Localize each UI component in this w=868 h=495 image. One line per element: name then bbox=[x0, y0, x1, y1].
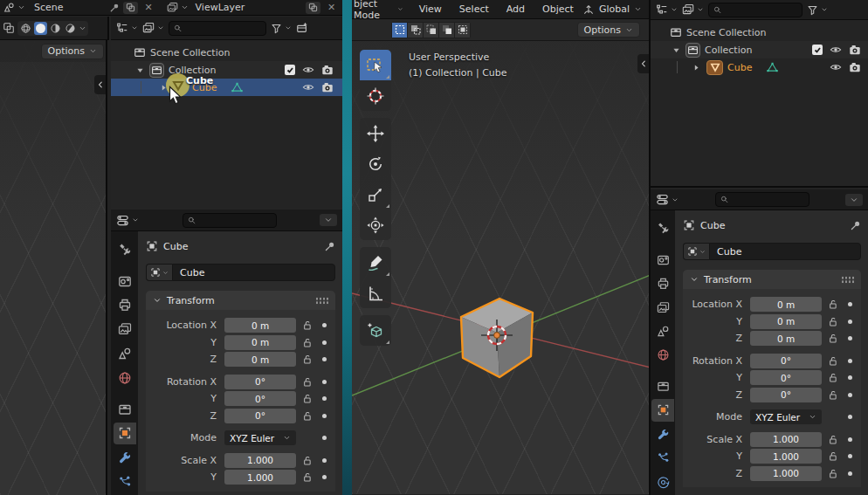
outliner-display-mode[interactable] bbox=[116, 22, 138, 34]
lock-icon[interactable] bbox=[822, 450, 843, 462]
shading-material-icon[interactable] bbox=[49, 22, 62, 35]
tab-particles[interactable] bbox=[114, 471, 136, 493]
animate-dot[interactable] bbox=[317, 436, 331, 440]
delete-scene-button[interactable]: ✕ bbox=[141, 2, 156, 14]
lock-icon[interactable] bbox=[822, 389, 843, 401]
tool-measure[interactable] bbox=[360, 278, 391, 308]
sidebar-toggle-icon[interactable] bbox=[637, 54, 649, 73]
shading-wireframe-icon[interactable] bbox=[19, 22, 32, 35]
menu-view[interactable]: View bbox=[410, 3, 451, 15]
menu-object[interactable]: Object bbox=[534, 3, 582, 15]
tool-scale[interactable] bbox=[360, 179, 391, 210]
lock-icon[interactable] bbox=[822, 355, 843, 367]
editor-type-properties[interactable] bbox=[116, 214, 139, 227]
select-mode-subtract-icon[interactable] bbox=[424, 23, 438, 38]
scene-selector[interactable] bbox=[3, 2, 25, 13]
tab-modifiers[interactable] bbox=[114, 446, 136, 469]
lock-icon[interactable] bbox=[296, 455, 317, 466]
collection-checkbox[interactable] bbox=[285, 65, 295, 75]
outliner-row-collection[interactable]: Collection bbox=[111, 61, 342, 79]
outliner-row-scene-collection[interactable]: Scene Collection bbox=[111, 44, 342, 61]
tab-object[interactable] bbox=[651, 399, 674, 421]
animate-dot[interactable] bbox=[843, 320, 857, 324]
select-mode-set-icon[interactable] bbox=[392, 23, 407, 38]
lock-icon[interactable] bbox=[296, 354, 317, 365]
scene-pin-icon[interactable] bbox=[109, 3, 120, 13]
tab-physics[interactable] bbox=[651, 471, 674, 493]
tool-cursor[interactable] bbox=[360, 80, 391, 111]
hide-viewport-icon[interactable] bbox=[830, 61, 842, 73]
panel-collapse-icon[interactable] bbox=[153, 296, 162, 305]
pin-icon[interactable] bbox=[324, 241, 335, 252]
scene-name[interactable]: Scene bbox=[34, 2, 64, 13]
shading-solid-icon[interactable] bbox=[34, 22, 47, 35]
menu-select[interactable]: Select bbox=[451, 3, 498, 15]
animate-dot[interactable] bbox=[843, 375, 857, 380]
outliner-search-input[interactable] bbox=[725, 4, 797, 15]
outliner-display-mode[interactable] bbox=[656, 3, 678, 16]
panel-collapse-icon[interactable] bbox=[690, 275, 699, 284]
lock-icon[interactable] bbox=[822, 468, 843, 479]
location-z-field[interactable]: 0 m bbox=[224, 352, 296, 367]
lock-icon[interactable] bbox=[296, 471, 317, 483]
disable-render-icon[interactable] bbox=[321, 81, 334, 93]
lock-icon[interactable] bbox=[296, 410, 317, 422]
tab-modifiers[interactable] bbox=[651, 423, 674, 445]
rotation-mode-dropdown[interactable]: XYZ Euler bbox=[750, 409, 822, 424]
properties-search-input[interactable] bbox=[732, 195, 804, 205]
tab-output[interactable] bbox=[114, 294, 136, 317]
lock-icon[interactable] bbox=[822, 316, 843, 327]
tab-tool[interactable] bbox=[114, 238, 136, 261]
scale-x-field[interactable]: 1.000 bbox=[224, 453, 296, 468]
lock-icon[interactable] bbox=[822, 434, 843, 445]
animate-dot[interactable] bbox=[317, 323, 331, 327]
transform-panel-header[interactable]: Transform bbox=[146, 291, 335, 310]
animate-dot[interactable] bbox=[317, 396, 331, 401]
collapse-icon[interactable] bbox=[135, 65, 145, 75]
disable-render-icon[interactable] bbox=[321, 64, 334, 76]
outliner-filter-button[interactable] bbox=[271, 23, 292, 34]
location-z-field[interactable]: 0 m bbox=[750, 331, 822, 346]
animate-dot[interactable] bbox=[843, 454, 857, 458]
viewlayer-selector[interactable] bbox=[167, 2, 189, 13]
animate-dot[interactable] bbox=[843, 393, 857, 397]
delete-viewlayer-button[interactable]: ✕ bbox=[324, 2, 339, 14]
collapse-icon[interactable] bbox=[672, 45, 681, 55]
viewlayer-name[interactable]: ViewLayer bbox=[196, 2, 245, 13]
sidebar-toggle-icon[interactable] bbox=[94, 75, 106, 94]
tab-world[interactable] bbox=[114, 367, 136, 389]
tab-collection[interactable] bbox=[651, 375, 674, 397]
new-scene-button[interactable] bbox=[123, 2, 138, 14]
location-x-field[interactable]: 0 m bbox=[750, 297, 822, 312]
panel-grip-icon[interactable] bbox=[315, 297, 328, 305]
tab-tool[interactable] bbox=[651, 217, 674, 239]
tool-add-cube[interactable] bbox=[360, 315, 391, 346]
properties-options-icon[interactable] bbox=[320, 214, 337, 226]
select-mode-invert-icon[interactable] bbox=[439, 23, 454, 38]
viewport-options-button[interactable]: Options bbox=[41, 44, 104, 59]
animate-dot[interactable] bbox=[317, 458, 331, 463]
rotation-mode-dropdown[interactable]: XYZ Euler bbox=[224, 430, 296, 445]
panel-grip-icon[interactable] bbox=[841, 276, 854, 284]
object-id-dropdown[interactable] bbox=[683, 243, 709, 260]
tab-scene[interactable] bbox=[114, 342, 136, 365]
hide-viewport-icon[interactable] bbox=[302, 81, 314, 93]
properties-search-input[interactable] bbox=[199, 215, 272, 225]
animate-dot[interactable] bbox=[317, 340, 331, 345]
outliner-search[interactable] bbox=[708, 3, 803, 17]
lock-icon[interactable] bbox=[822, 333, 843, 344]
outliner-row-collection[interactable]: Collection bbox=[651, 41, 868, 58]
tool-select-box[interactable] bbox=[360, 50, 391, 80]
lock-icon[interactable] bbox=[822, 372, 843, 383]
transform-orientation-dropdown[interactable]: Global bbox=[582, 3, 642, 16]
rotation-y-field[interactable]: 0° bbox=[750, 370, 822, 385]
disable-render-icon[interactable] bbox=[849, 61, 861, 73]
animate-dot[interactable] bbox=[843, 336, 857, 340]
tab-scene[interactable] bbox=[651, 320, 674, 342]
outliner-filter-button[interactable] bbox=[807, 4, 828, 16]
animate-dot[interactable] bbox=[317, 475, 331, 479]
outliner-search[interactable] bbox=[169, 21, 266, 36]
animate-dot[interactable] bbox=[317, 414, 331, 418]
expand-icon[interactable] bbox=[692, 63, 701, 72]
tab-particles[interactable] bbox=[651, 447, 674, 469]
